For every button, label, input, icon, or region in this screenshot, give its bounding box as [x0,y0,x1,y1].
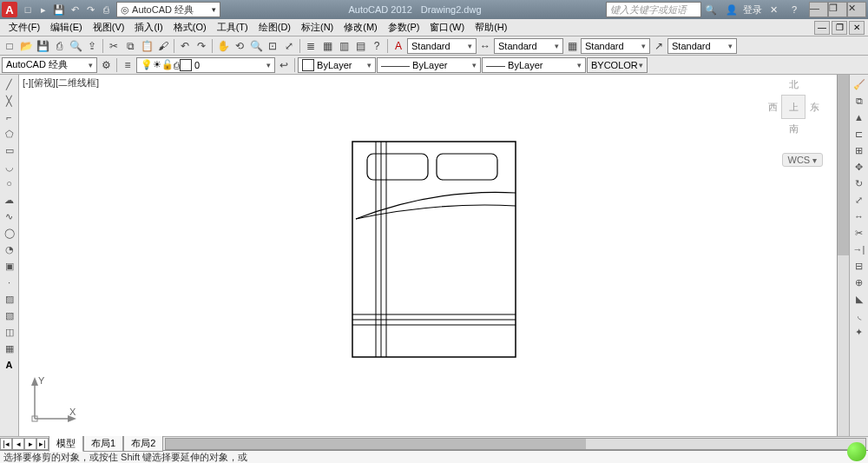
save-icon[interactable]: 💾 [35,38,50,54]
table-style-icon[interactable]: ▦ [564,38,580,54]
qat-print-icon[interactable]: ⎙ [99,3,113,17]
ws-settings-icon[interactable]: ⚙ [98,57,114,73]
point-icon[interactable]: · [2,274,17,290]
viewcube-west[interactable]: 西 [764,101,781,114]
zoom-ext-icon[interactable]: ⤢ [281,38,297,54]
trim-icon[interactable]: ✂ [852,225,867,241]
move-icon[interactable]: ✥ [852,159,867,175]
plotstyle-dropdown[interactable]: BYCOLOR▾ [587,57,648,73]
viewcube-north[interactable]: 北 [764,78,823,91]
menu-help[interactable]: 帮助(H) [470,19,512,36]
menu-dimen[interactable]: 标注(N) [296,19,339,36]
rectangle-icon[interactable]: ▭ [2,142,17,158]
polyline-icon[interactable]: ⌐ [2,109,17,125]
open-icon[interactable]: 📂 [18,38,34,54]
tab-next-button[interactable]: ▸ [24,438,36,450]
redo-icon[interactable]: ↷ [194,38,209,54]
ellipse-arc-icon[interactable]: ◔ [2,241,17,257]
undo-icon[interactable]: ↶ [177,38,193,54]
horizontal-scrollbar[interactable] [165,438,866,450]
calc-icon[interactable]: ▤ [352,38,368,54]
text-style-icon[interactable]: A [391,38,406,54]
close-button[interactable]: ✕ [847,2,866,17]
text-style-dropdown[interactable]: Standard▾ [407,38,477,54]
tab-last-button[interactable]: ▸| [36,438,49,450]
zoom-prev-icon[interactable]: ⟲ [232,38,247,54]
tab-layout1[interactable]: 布局1 [83,435,123,452]
line-icon[interactable]: ╱ [2,76,17,92]
app-menu-button[interactable]: A [2,2,17,17]
properties-icon[interactable]: ≣ [303,38,319,54]
dim-style-icon[interactable]: ↔ [477,38,493,54]
copy-icon[interactable]: ⧉ [122,38,138,54]
arc-icon[interactable]: ◡ [2,159,17,175]
stretch-icon[interactable]: ↔ [852,208,867,224]
wcs-badge[interactable]: WCS ▾ [782,153,823,167]
viewport-label[interactable]: [-][俯视][二维线框] [23,76,99,89]
table-style-dropdown[interactable]: Standard▾ [581,38,650,54]
zoom-window-icon[interactable]: ⊡ [265,38,280,54]
help-icon[interactable]: ? [785,2,804,17]
explode-icon[interactable]: ✦ [852,324,867,340]
match-prop-icon[interactable]: 🖌 [155,38,171,54]
tab-layout2[interactable]: 布局2 [123,435,163,452]
text-icon[interactable]: A [2,357,17,373]
break-icon[interactable]: ⊟ [852,258,867,274]
drawing-canvas[interactable]: [-][俯视][二维线框] 北 西 上 东 南 WCS ▾ [19,75,849,436]
scale-icon[interactable]: ⤢ [852,192,867,208]
menu-insert[interactable]: 插入(I) [129,19,168,36]
help-icon[interactable]: ? [369,38,385,54]
gradient-icon[interactable]: ▧ [2,308,17,323]
publish-icon[interactable]: ⇪ [84,38,100,54]
viewcube-east[interactable]: 东 [806,101,823,114]
mleader-style-dropdown[interactable]: Standard▾ [667,38,737,54]
hatch-icon[interactable]: ▨ [2,291,17,307]
paste-icon[interactable]: 📋 [139,38,155,54]
extend-icon[interactable]: →| [852,241,867,257]
lineweight-dropdown[interactable]: —— ByLayer▾ [482,57,586,73]
linetype-dropdown[interactable]: ——— ByLayer▾ [377,57,481,73]
exchange-icon[interactable]: ✕ [764,2,783,17]
vertical-scrollbar[interactable] [837,75,849,436]
menu-format[interactable]: 格式(O) [168,19,212,36]
viewcube-south[interactable]: 南 [764,122,823,136]
region-icon[interactable]: ◫ [2,324,17,340]
print-preview-icon[interactable]: 🔍 [68,38,83,54]
qat-undo-icon[interactable]: ↶ [68,3,82,17]
pan-icon[interactable]: ✋ [215,38,231,54]
tab-first-button[interactable]: |◂ [0,438,12,450]
workspace-dropdown-title[interactable]: ◎ AutoCAD 经典▾ [116,2,220,17]
menu-window[interactable]: 窗口(W) [424,19,470,36]
qat-redo-icon[interactable]: ↷ [83,3,97,17]
layer-dropdown[interactable]: 💡 ☀ 🔓 ⎙ 0 ▾ [136,57,275,73]
viewcube[interactable]: 北 西 上 东 南 [764,78,823,136]
tab-prev-button[interactable]: ◂ [12,438,24,450]
doc-minimize-button[interactable]: — [814,21,830,35]
menu-param[interactable]: 参数(P) [383,19,425,36]
maximize-button[interactable]: ❐ [828,2,847,17]
menu-modify[interactable]: 修改(M) [339,19,383,36]
color-dropdown[interactable]: ByLayer▾ [298,57,376,73]
qat-save-icon[interactable]: 💾 [52,3,66,17]
qat-new-icon[interactable]: □ [21,3,35,17]
layer-prev-icon[interactable]: ↩ [276,57,292,73]
search-input[interactable]: 键入关键字或短语 [606,2,701,17]
minimize-button[interactable]: — [809,2,828,17]
table-icon[interactable]: ▦ [2,341,17,356]
layer-props-icon[interactable]: ≡ [120,57,135,73]
comm-center-icon[interactable] [847,442,866,461]
qat-open-icon[interactable]: ▸ [36,3,50,17]
fillet-icon[interactable]: ◟ [852,308,867,323]
viewcube-top[interactable]: 上 [781,95,806,119]
ellipse-icon[interactable]: ◯ [2,225,17,241]
doc-restore-button[interactable]: ❐ [832,21,847,35]
mirror-icon[interactable]: ▲ [852,109,867,125]
tab-model[interactable]: 模型 [49,435,83,452]
workspace-dropdown[interactable]: AutoCAD 经典▾ [2,57,97,73]
sheet-set-icon[interactable]: ▦ [319,38,335,54]
mleader-style-icon[interactable]: ↗ [651,38,667,54]
search-button[interactable]: 🔍 [701,2,720,17]
dim-style-dropdown[interactable]: Standard▾ [494,38,563,54]
join-icon[interactable]: ⊕ [852,274,867,290]
menu-edit[interactable]: 编辑(E) [45,19,88,36]
